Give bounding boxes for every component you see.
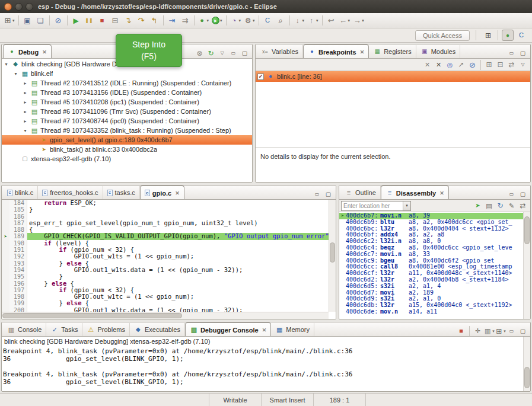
debug-tree-item[interactable]: ▾▦blink.elf <box>2 69 252 78</box>
debug-tree-item[interactable]: ▢xtensa-esp32-elf-gdb (7.10) <box>2 154 252 164</box>
minimize-button[interactable]: ▭ <box>312 189 322 199</box>
tab-outline[interactable]: ≡Outline <box>340 186 381 199</box>
expand-arrow-icon[interactable]: ▸ <box>22 119 28 124</box>
tab-breakpoints[interactable]: ●Breakpoints✕ <box>303 44 369 58</box>
disassembly-line[interactable]: 400dc6b9:bltua8, a2, 0x400dc6cc <gpio_se… <box>339 219 523 226</box>
combo-dropdown-icon[interactable]: ▾ <box>403 202 410 210</box>
debug-tree-item[interactable]: ▸▤Thread #5 1073410208 (ipc1) (Suspended… <box>2 97 252 107</box>
code-line[interactable]: 184 return ESP_OK; <box>2 200 329 206</box>
show-supported-breakpoints-button[interactable]: ◎ <box>445 60 455 70</box>
debug-tree-item[interactable]: ▾▤Thread #9 1073433352 (blink_task : Run… <box>2 126 252 135</box>
disconnect-button[interactable]: ⊟ <box>109 14 122 27</box>
debug-tree-item[interactable]: ▸▤Thread #6 1073411096 (Tmr Svc) (Suspen… <box>2 107 252 116</box>
sync-button[interactable]: ⇄ <box>518 201 528 211</box>
remove-all-terminated-button[interactable]: ⊗ <box>195 48 205 58</box>
scrollbar-thumb[interactable] <box>524 216 530 244</box>
location-input[interactable]: Enter location her <box>342 203 403 209</box>
restart-button[interactable]: ↻ <box>206 48 216 58</box>
profile-button[interactable]: ◔▾ <box>229 14 243 27</box>
breakpoint-item[interactable]: ✓●blink.c [line: 36] <box>256 71 530 82</box>
tab-modules[interactable]: ▣Modules <box>416 45 461 58</box>
window-close-button[interactable] <box>4 3 12 11</box>
step-into-button[interactable]: ↴ <box>122 14 135 27</box>
open-perspective-button[interactable]: ⊞ <box>482 30 494 41</box>
last-edit-location-button[interactable]: ↩ <box>325 14 337 27</box>
save-all-button[interactable]: ❏ <box>34 14 47 27</box>
use-step-filters-button[interactable]: ⇉ <box>179 14 192 27</box>
expand-arrow-icon[interactable]: ▸ <box>22 81 28 86</box>
external-tools-button[interactable]: ⚙▾ <box>243 14 256 27</box>
go-to-file-button[interactable]: ↗ <box>456 60 466 70</box>
minimize-button[interactable]: ▭ <box>506 326 517 336</box>
expand-arrow-icon[interactable]: ▸ <box>22 109 28 114</box>
tab-problems[interactable]: ⚠Problems <box>82 323 129 336</box>
run-to-line-button[interactable]: ⇥ <box>166 14 179 27</box>
scrollbar-thumb[interactable] <box>524 367 530 389</box>
forward-button[interactable]: →▾ <box>352 14 365 27</box>
tab-debug[interactable]: ●Debug✕ <box>3 44 52 58</box>
collapse-arrow-icon[interactable]: ▾ <box>22 128 28 133</box>
console-scrollbar[interactable] <box>523 337 530 391</box>
code-editor[interactable]: 184 return ESP_OK;185}186187esp_err_t gp… <box>2 200 336 319</box>
tab-freertos-hooks-c[interactable]: cfreertos_hooks.c <box>38 186 103 199</box>
close-tab-icon[interactable]: ✕ <box>360 49 365 55</box>
scrollbar-thumb[interactable] <box>2 313 182 318</box>
track-expression-button[interactable]: ✎ <box>506 201 517 211</box>
tab-debugger-console[interactable]: ▥Debugger Console✕ <box>185 322 271 336</box>
tab-tasks[interactable]: ✓Tasks <box>46 323 82 336</box>
collapse-arrow-icon[interactable]: ▾ <box>3 62 9 67</box>
close-tab-icon[interactable]: ✕ <box>42 49 47 55</box>
close-tab-icon[interactable]: ✕ <box>439 190 444 196</box>
debug-perspective-button[interactable]: ● <box>502 30 514 41</box>
next-annotation-button[interactable]: ↓▾ <box>292 14 306 27</box>
maximize-button[interactable]: ▢ <box>323 189 333 199</box>
show-source-button[interactable]: ▤ <box>484 201 494 211</box>
disassembly-line[interactable]: 400dc6d5:s32ia2, a1, 4 <box>339 283 523 290</box>
suspend-button[interactable]: ❚❚ <box>83 14 95 27</box>
expand-arrow-icon[interactable]: ▸ <box>22 90 28 95</box>
remove-breakpoint-button[interactable]: ✕ <box>422 60 432 70</box>
view-menu-button[interactable]: ▽ <box>518 60 528 70</box>
skip-all-breakpoints-button[interactable]: ⊘ <box>52 14 65 27</box>
tab-tasks-c[interactable]: ctasks.c <box>103 186 140 199</box>
location-combo[interactable]: Enter location her ▾ <box>341 201 411 211</box>
search-button[interactable]: ⌕ <box>275 14 287 27</box>
maximize-button[interactable]: ▢ <box>518 48 528 58</box>
tab-memory[interactable]: ▦Memory <box>271 323 314 336</box>
debug-button[interactable]: ●▾ <box>197 14 211 27</box>
code-line[interactable]: 187esp_err_t gpio_set_level(gpio_num_t g… <box>2 220 329 226</box>
editor-vertical-scrollbar[interactable] <box>329 200 336 312</box>
link-with-debug-button[interactable]: ⇄ <box>506 60 517 70</box>
open-console-button[interactable]: ⊞▾ <box>495 326 505 336</box>
terminate-button[interactable]: ■ <box>96 14 109 27</box>
tab-blink-c[interactable]: cblink.c <box>3 186 38 199</box>
view-menu-button[interactable]: ▽ <box>217 48 227 58</box>
collapse-all-button[interactable]: ⊟ <box>495 60 505 70</box>
code-line[interactable]: 185} <box>2 206 329 213</box>
close-tab-icon[interactable]: ✕ <box>175 190 180 196</box>
minimize-button[interactable]: ▭ <box>506 189 517 199</box>
debug-tree-item[interactable]: ➤blink_task() at blink.c:33 0x400dbc2a <box>2 145 252 154</box>
debug-tree-item[interactable]: ▸▤Thread #2 1073413512 (IDLE : Running) … <box>2 78 252 88</box>
window-maximize-button[interactable] <box>26 3 33 11</box>
tab-console[interactable]: ▥Console <box>3 323 46 336</box>
scrollbar-thumb[interactable] <box>330 242 335 263</box>
display-selected-console-button[interactable]: ▥▾ <box>484 326 494 336</box>
skip-all-breakpoints-button[interactable]: ⊘ <box>467 60 477 70</box>
cpp-perspective-button[interactable]: C <box>515 30 527 41</box>
back-button[interactable]: ←▾ <box>338 14 352 27</box>
minimize-button[interactable]: ▭ <box>228 48 238 58</box>
save-button[interactable]: ▣ <box>21 14 34 27</box>
resume-button[interactable]: ▶ <box>70 14 82 27</box>
window-minimize-button[interactable] <box>15 3 23 11</box>
minimize-button[interactable]: ▭ <box>506 48 517 58</box>
code-line[interactable]: 200 GPIO.out1_w1tc.data = (1 << (gpio_nu… <box>2 307 329 312</box>
new-wizard-button[interactable]: ⊞▾ <box>2 14 16 27</box>
pin-console-button[interactable]: ✛ <box>473 326 483 336</box>
editor-horizontal-scrollbar[interactable] <box>2 312 329 319</box>
previous-annotation-button[interactable]: ↑▾ <box>306 14 320 27</box>
tab-variables[interactable]: x=Variables <box>257 45 303 58</box>
tab-disassembly[interactable]: ≡Disassembly✕ <box>381 186 449 199</box>
remove-all-breakpoints-button[interactable]: ✕ <box>434 60 444 70</box>
goto-pc-button[interactable]: ➤ <box>473 201 483 211</box>
